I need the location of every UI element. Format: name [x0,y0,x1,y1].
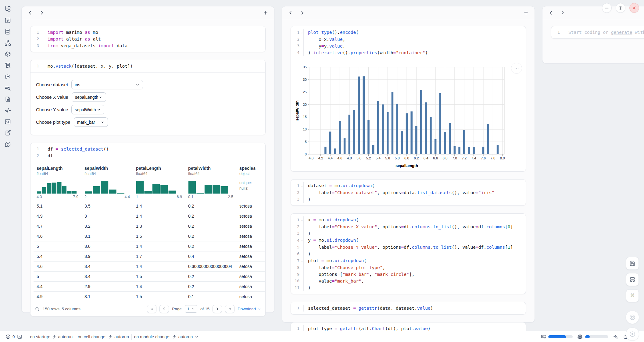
column-prev-button[interactable] [28,10,33,15]
bar [444,132,446,154]
column-header-sepalLength[interactable]: sepalLengthfloat644.37.9 [34,162,81,201]
sidebar-item-variables[interactable] [2,118,13,126]
menu-button[interactable] [602,3,612,13]
table-row[interactable]: 4.931.40.2setosa [34,211,265,221]
xy-plot-dropdowns-cell: 1⌄x = mo.ui.dropdown(2 label="Choose X v… [291,213,526,294]
next-page-button[interactable] [213,305,222,313]
column-next-button[interactable] [39,10,44,15]
chart-actions-button[interactable] [511,63,522,74]
download-button[interactable]: Download [238,307,261,311]
svg-text:35: 35 [303,65,307,69]
shutdown-button[interactable] [629,3,639,13]
sidebar-item-functions[interactable] [2,16,13,24]
code-editor[interactable]: 1⌄plot_type().encode(2 x=x.value,3 y=y.v… [291,26,526,59]
bar [406,113,408,154]
table-row[interactable]: 4.42.91.40.2setosa [34,282,265,292]
sidebar-item-help[interactable] [2,140,13,148]
bar-chart[interactable]: 4.04.24.44.64.85.05.25.45.65.86.06.26.46… [295,63,508,169]
code-editor[interactable]: 1selected_dataset = getattr(data, datase… [291,302,526,314]
bar [473,147,475,154]
column-header-species[interactable]: speciesobjectunique:nulls: [236,162,265,201]
save-icon [629,260,635,266]
y-value-select[interactable]: sepalWidth [71,105,104,114]
terminal-button[interactable] [17,334,22,339]
table-row[interactable]: 53.61.40.2setosa [34,241,265,251]
sidebar-item-snippets[interactable] [2,95,13,103]
lightning-icon [172,335,177,339]
column-min: 0.1 [188,195,193,199]
x-value-select[interactable]: sepalLength [72,92,106,102]
sidebar-item-ai-chat[interactable] [2,73,13,81]
column-header-petalWidth[interactable]: petalWidthfloat640.12.5 [185,162,236,201]
errors-indicator[interactable]: 0 [5,334,15,339]
line-number: 2 [291,36,304,43]
column-prev-button[interactable] [288,10,293,15]
chevron-right-icon [300,10,305,15]
column-next-button[interactable] [300,10,305,15]
ai-assist-button[interactable] [613,334,618,340]
last-page-button[interactable] [225,305,234,313]
table-row[interactable]: 5.13.51.40.2setosa [34,201,265,211]
table-row[interactable]: 5.43.91.70.4setosa [34,251,265,262]
dataset-select[interactable]: iris [71,80,143,89]
sidebar-item-logs[interactable] [2,84,13,92]
add-cell-button[interactable] [524,10,528,15]
x-value-select-label: Choose X value [36,94,68,100]
svg-text:6.6: 6.6 [433,156,438,160]
controls-output: Choose datasetirisChoose X valuesepalLen… [30,72,265,135]
prev-page-button[interactable] [159,305,169,313]
svg-text:5.8: 5.8 [395,156,400,160]
code-editor[interactable]: 1mo.vstack([dataset, x, y, plot]) [30,60,265,72]
sidebar-item-file-explorer[interactable] [2,5,13,13]
code-editor[interactable]: 1Start coding or generate with AI [551,26,644,38]
sidebar-item-tracing[interactable] [2,106,13,115]
svg-text:5.0: 5.0 [356,156,361,160]
sidebar-item-datasources[interactable] [2,27,13,36]
add-cell-button[interactable] [263,10,268,15]
code-line: 1⌄dataset = mo.ui.dropdown( [291,182,526,189]
code-editor[interactable]: 1⌄dataset = mo.ui.dropdown(2 label="Choo… [291,180,526,205]
code-editor[interactable]: 1⌄x = mo.ui.dropdown(2 label="Choose X v… [291,214,526,294]
bar [454,146,456,154]
sidebar-item-documentation[interactable] [2,61,13,69]
table-cell: 1.4 [133,211,185,221]
bar [377,101,379,154]
sidebar-item-scratchpad[interactable] [2,129,13,137]
plot-type-select[interactable]: mark_bar [74,117,108,127]
first-page-button[interactable] [147,305,156,313]
table-row[interactable]: 4.93.11.50.1setosa [34,292,265,302]
code-line: 1import marimo as mo [30,29,265,36]
column-next-button[interactable] [560,10,565,15]
svg-text:4.8: 4.8 [347,156,352,160]
search-icon[interactable] [35,307,40,312]
layout-button[interactable] [626,273,639,286]
table-cell: setosa [236,251,265,262]
table-row[interactable]: 4.63.11.50.2setosa [34,231,265,241]
page-number-select[interactable]: 1 [185,305,197,313]
runtime-config-item[interactable]: on cell change:autorun [78,334,129,339]
runtime-config-item[interactable]: on startup:autorun [30,334,73,339]
command-palette-button[interactable]: ⌘ [626,289,639,302]
settings-button[interactable] [616,3,625,13]
table-row[interactable]: 53.41.50.2setosa [34,272,265,282]
run-button[interactable] [626,327,639,341]
sidebar-item-packages[interactable] [2,50,13,58]
column-prev-button[interactable] [549,10,553,15]
code-editor[interactable]: 1import marimo as mo2import altair as al… [30,26,265,52]
table-cell: 3.9 [81,251,133,262]
code-editor[interactable]: 1df = selected_dataset()2df [30,143,265,162]
column-dtype: float64 [136,172,182,176]
column-max: 6.9 [177,195,182,199]
save-button[interactable] [626,257,639,270]
close-icon [632,5,637,10]
column-header-sepalWidth[interactable]: sepalWidthfloat6424.4 [81,162,133,201]
table-row[interactable]: 4.73.21.30.2setosa [34,221,265,231]
table-row[interactable]: 4.63.41.40.30000000000000004setosa [34,262,265,272]
stop-button[interactable] [626,311,639,324]
sidebar-item-dependency-graph[interactable] [2,39,13,47]
column-header-petalLength[interactable]: petalLengthfloat6416.9 [133,162,185,201]
svg-text:5.4: 5.4 [376,156,381,160]
table-cell: 0.1 [185,292,236,302]
runtime-config-item[interactable]: on module change:autorun [134,334,199,339]
data-table-scroll[interactable]: sepalLengthfloat644.37.9sepalWidthfloat6… [30,162,265,302]
